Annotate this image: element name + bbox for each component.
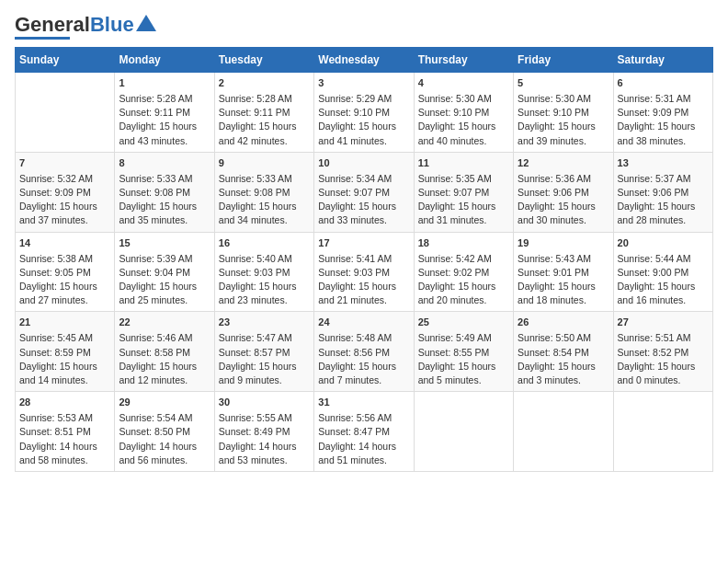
cell-content: Sunrise: 5:38 AM Sunset: 9:05 PM Dayligh… bbox=[19, 252, 110, 308]
day-number: 30 bbox=[219, 396, 310, 410]
cell-content: Sunrise: 5:40 AM Sunset: 9:03 PM Dayligh… bbox=[219, 252, 310, 308]
day-number: 11 bbox=[418, 156, 509, 171]
col-header-thursday: Thursday bbox=[414, 48, 513, 73]
col-header-saturday: Saturday bbox=[613, 48, 712, 73]
calendar-cell: 8Sunrise: 5:33 AM Sunset: 9:08 PM Daylig… bbox=[115, 152, 214, 232]
cell-content: Sunrise: 5:33 AM Sunset: 9:08 PM Dayligh… bbox=[219, 172, 310, 228]
calendar-cell: 14Sunrise: 5:38 AM Sunset: 9:05 PM Dayli… bbox=[16, 232, 115, 312]
calendar-cell bbox=[16, 73, 115, 153]
day-number: 22 bbox=[119, 316, 210, 330]
cell-content: Sunrise: 5:29 AM Sunset: 9:10 PM Dayligh… bbox=[318, 92, 409, 148]
cell-content: Sunrise: 5:34 AM Sunset: 9:07 PM Dayligh… bbox=[318, 172, 409, 228]
cell-content: Sunrise: 5:35 AM Sunset: 9:07 PM Dayligh… bbox=[418, 172, 509, 228]
logo-icon bbox=[136, 15, 156, 31]
day-number: 8 bbox=[119, 156, 210, 171]
calendar-cell: 31Sunrise: 5:56 AM Sunset: 8:47 PM Dayli… bbox=[314, 392, 414, 472]
day-number: 5 bbox=[518, 76, 609, 91]
cell-content: Sunrise: 5:31 AM Sunset: 9:09 PM Dayligh… bbox=[618, 92, 709, 148]
day-number: 25 bbox=[418, 316, 509, 330]
cell-content: Sunrise: 5:50 AM Sunset: 8:54 PM Dayligh… bbox=[518, 331, 609, 387]
day-number: 18 bbox=[418, 236, 509, 251]
col-header-sunday: Sunday bbox=[16, 48, 115, 73]
day-number: 31 bbox=[318, 396, 409, 410]
calendar-cell: 21Sunrise: 5:45 AM Sunset: 8:59 PM Dayli… bbox=[16, 312, 115, 392]
day-number: 28 bbox=[19, 396, 110, 410]
calendar-cell: 3Sunrise: 5:29 AM Sunset: 9:10 PM Daylig… bbox=[314, 73, 414, 153]
calendar-cell bbox=[414, 392, 513, 472]
day-number: 15 bbox=[119, 236, 210, 251]
cell-content: Sunrise: 5:51 AM Sunset: 8:52 PM Dayligh… bbox=[618, 331, 709, 387]
cell-content: Sunrise: 5:56 AM Sunset: 8:47 PM Dayligh… bbox=[318, 411, 409, 467]
calendar-cell: 11Sunrise: 5:35 AM Sunset: 9:07 PM Dayli… bbox=[414, 152, 513, 232]
cell-content: Sunrise: 5:32 AM Sunset: 9:09 PM Dayligh… bbox=[19, 172, 110, 228]
day-number: 13 bbox=[618, 156, 709, 171]
logo-general: General bbox=[15, 13, 90, 36]
cell-content: Sunrise: 5:28 AM Sunset: 9:11 PM Dayligh… bbox=[219, 92, 310, 148]
cell-content: Sunrise: 5:48 AM Sunset: 8:56 PM Dayligh… bbox=[318, 331, 409, 387]
cell-content: Sunrise: 5:47 AM Sunset: 8:57 PM Dayligh… bbox=[219, 331, 310, 387]
calendar-cell: 29Sunrise: 5:54 AM Sunset: 8:50 PM Dayli… bbox=[115, 392, 214, 472]
day-number: 20 bbox=[618, 236, 709, 251]
day-number: 26 bbox=[518, 316, 609, 330]
day-number: 24 bbox=[318, 316, 409, 330]
logo-blue: Blue bbox=[90, 13, 134, 36]
calendar-cell: 1Sunrise: 5:28 AM Sunset: 9:11 PM Daylig… bbox=[115, 73, 214, 153]
cell-content: Sunrise: 5:30 AM Sunset: 9:10 PM Dayligh… bbox=[418, 92, 509, 148]
calendar-cell bbox=[613, 392, 712, 472]
day-number: 14 bbox=[19, 236, 110, 251]
day-number: 27 bbox=[618, 316, 709, 330]
calendar-cell: 7Sunrise: 5:32 AM Sunset: 9:09 PM Daylig… bbox=[16, 152, 115, 232]
page-header: GeneralBlue bbox=[15, 15, 713, 40]
calendar-cell: 4Sunrise: 5:30 AM Sunset: 9:10 PM Daylig… bbox=[414, 73, 513, 153]
cell-content: Sunrise: 5:41 AM Sunset: 9:03 PM Dayligh… bbox=[318, 252, 409, 308]
calendar-cell: 16Sunrise: 5:40 AM Sunset: 9:03 PM Dayli… bbox=[214, 232, 313, 312]
calendar-week-row: 21Sunrise: 5:45 AM Sunset: 8:59 PM Dayli… bbox=[16, 312, 713, 392]
calendar-cell: 18Sunrise: 5:42 AM Sunset: 9:02 PM Dayli… bbox=[414, 232, 513, 312]
calendar-cell: 10Sunrise: 5:34 AM Sunset: 9:07 PM Dayli… bbox=[314, 152, 414, 232]
cell-content: Sunrise: 5:46 AM Sunset: 8:58 PM Dayligh… bbox=[119, 331, 210, 387]
calendar-cell: 12Sunrise: 5:36 AM Sunset: 9:06 PM Dayli… bbox=[514, 152, 613, 232]
cell-content: Sunrise: 5:28 AM Sunset: 9:11 PM Dayligh… bbox=[119, 92, 210, 148]
cell-content: Sunrise: 5:44 AM Sunset: 9:00 PM Dayligh… bbox=[618, 252, 709, 308]
calendar-cell: 17Sunrise: 5:41 AM Sunset: 9:03 PM Dayli… bbox=[314, 232, 414, 312]
cell-content: Sunrise: 5:53 AM Sunset: 8:51 PM Dayligh… bbox=[19, 411, 110, 467]
day-number: 9 bbox=[219, 156, 310, 171]
day-number: 2 bbox=[219, 76, 310, 91]
day-number: 6 bbox=[618, 76, 709, 91]
day-number: 4 bbox=[418, 76, 509, 91]
day-number: 7 bbox=[19, 156, 110, 171]
day-number: 1 bbox=[119, 76, 210, 91]
calendar-cell: 19Sunrise: 5:43 AM Sunset: 9:01 PM Dayli… bbox=[514, 232, 613, 312]
logo: GeneralBlue bbox=[15, 15, 156, 40]
cell-content: Sunrise: 5:36 AM Sunset: 9:06 PM Dayligh… bbox=[518, 172, 609, 228]
calendar-cell: 23Sunrise: 5:47 AM Sunset: 8:57 PM Dayli… bbox=[214, 312, 313, 392]
logo-text: GeneralBlue bbox=[15, 15, 134, 35]
calendar-cell: 22Sunrise: 5:46 AM Sunset: 8:58 PM Dayli… bbox=[115, 312, 214, 392]
cell-content: Sunrise: 5:43 AM Sunset: 9:01 PM Dayligh… bbox=[518, 252, 609, 308]
calendar-week-row: 1Sunrise: 5:28 AM Sunset: 9:11 PM Daylig… bbox=[16, 73, 713, 153]
calendar-cell: 5Sunrise: 5:30 AM Sunset: 9:10 PM Daylig… bbox=[514, 73, 613, 153]
cell-content: Sunrise: 5:33 AM Sunset: 9:08 PM Dayligh… bbox=[119, 172, 210, 228]
calendar-cell: 2Sunrise: 5:28 AM Sunset: 9:11 PM Daylig… bbox=[214, 73, 313, 153]
cell-content: Sunrise: 5:42 AM Sunset: 9:02 PM Dayligh… bbox=[418, 252, 509, 308]
cell-content: Sunrise: 5:30 AM Sunset: 9:10 PM Dayligh… bbox=[518, 92, 609, 148]
logo-underline bbox=[15, 37, 70, 40]
calendar-cell bbox=[514, 392, 613, 472]
calendar-cell: 27Sunrise: 5:51 AM Sunset: 8:52 PM Dayli… bbox=[613, 312, 712, 392]
calendar-header-row: SundayMondayTuesdayWednesdayThursdayFrid… bbox=[16, 48, 713, 73]
col-header-tuesday: Tuesday bbox=[214, 48, 313, 73]
day-number: 29 bbox=[119, 396, 210, 410]
day-number: 16 bbox=[219, 236, 310, 251]
cell-content: Sunrise: 5:45 AM Sunset: 8:59 PM Dayligh… bbox=[19, 331, 110, 387]
calendar-table: SundayMondayTuesdayWednesdayThursdayFrid… bbox=[15, 47, 713, 472]
cell-content: Sunrise: 5:54 AM Sunset: 8:50 PM Dayligh… bbox=[119, 411, 210, 467]
col-header-wednesday: Wednesday bbox=[314, 48, 414, 73]
col-header-monday: Monday bbox=[115, 48, 214, 73]
day-number: 3 bbox=[318, 76, 409, 91]
day-number: 17 bbox=[318, 236, 409, 251]
cell-content: Sunrise: 5:37 AM Sunset: 9:06 PM Dayligh… bbox=[618, 172, 709, 228]
calendar-cell: 6Sunrise: 5:31 AM Sunset: 9:09 PM Daylig… bbox=[613, 73, 712, 153]
col-header-friday: Friday bbox=[514, 48, 613, 73]
cell-content: Sunrise: 5:49 AM Sunset: 8:55 PM Dayligh… bbox=[418, 331, 509, 387]
calendar-cell: 24Sunrise: 5:48 AM Sunset: 8:56 PM Dayli… bbox=[314, 312, 414, 392]
